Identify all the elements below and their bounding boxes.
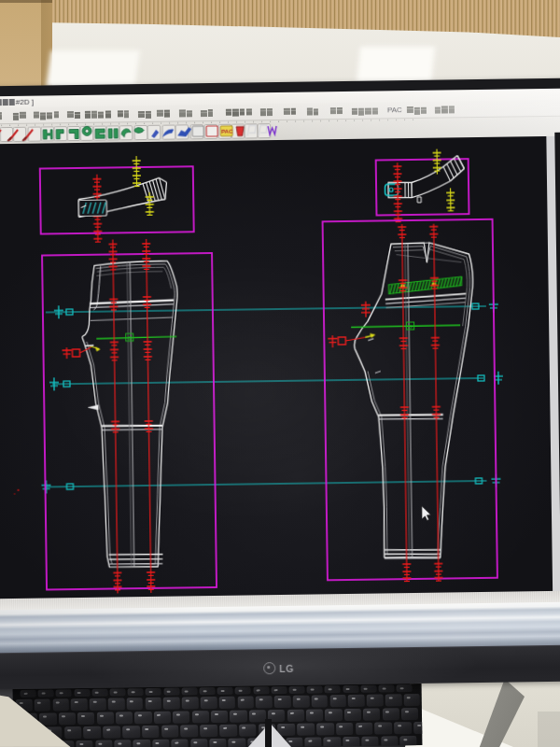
svg-text:G: G: [408, 323, 413, 329]
svg-text:PAC: PAC: [221, 128, 233, 134]
svg-text:G: G: [128, 334, 133, 340]
